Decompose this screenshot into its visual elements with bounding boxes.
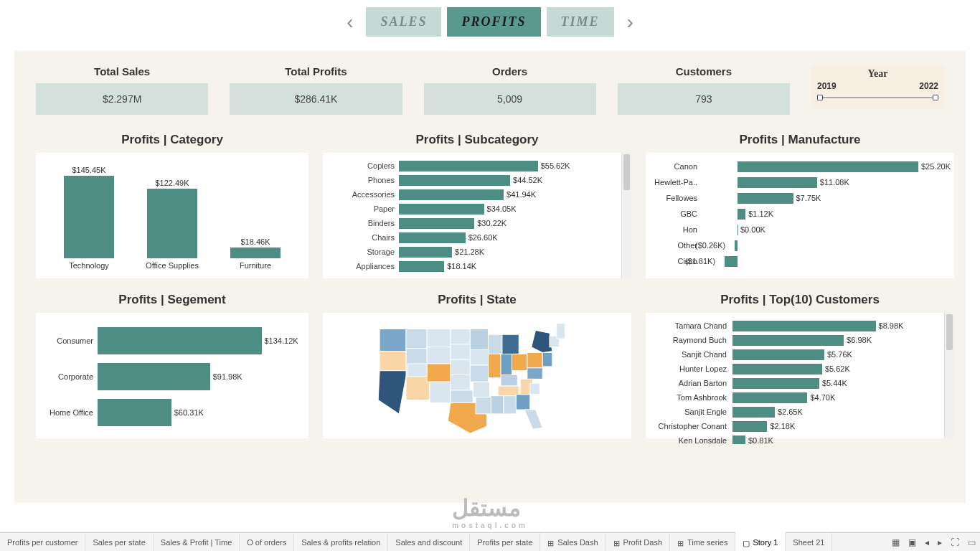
bar-row[interactable]: Chairs $26.60K xyxy=(327,230,624,245)
bar-row[interactable]: GBC $1.12K xyxy=(650,206,950,222)
svg-rect-28 xyxy=(491,396,503,414)
bar-category-label: Consumer xyxy=(40,336,98,345)
bar-category-label: Tom Ashbrook xyxy=(650,393,732,402)
bar-row[interactable]: Sanjit Engle $2.65K xyxy=(650,405,950,419)
bar-row[interactable]: Tom Ashbrook $4.70K xyxy=(650,390,950,405)
story-tab-profits[interactable]: PROFITS xyxy=(447,7,540,37)
kpi-title: Total Sales xyxy=(36,65,208,77)
svg-marker-31 xyxy=(524,410,542,429)
svg-rect-30 xyxy=(516,395,529,410)
bar-value-label: $8.98K xyxy=(879,321,904,330)
year-slider[interactable] xyxy=(817,93,938,103)
story-tab-time[interactable]: TIME xyxy=(547,7,614,37)
bar-row[interactable]: Adrian Barton $5.44K xyxy=(650,376,950,390)
bar-row[interactable]: Sanjit Chand $5.76K xyxy=(650,347,950,362)
bar-category-label: Copiers xyxy=(327,161,399,170)
chart-body[interactable] xyxy=(323,313,631,438)
slider-handle-right[interactable] xyxy=(933,95,938,100)
panel-title: Profits | Category xyxy=(36,133,308,147)
svg-rect-25 xyxy=(512,354,527,370)
scrollbar[interactable] xyxy=(621,153,631,278)
svg-rect-8 xyxy=(427,364,451,382)
bar-value-label: $145.45K xyxy=(72,166,105,174)
kpi-title: Customers xyxy=(618,65,790,77)
svg-rect-29 xyxy=(504,396,516,414)
bar-row[interactable]: Copiers $55.62K xyxy=(327,159,624,173)
bar-row[interactable]: Raymond Buch $6.98K xyxy=(650,333,950,347)
bar-value-label: $2.18K xyxy=(770,422,795,430)
chart-body[interactable]: Copiers $55.62KPhones $44.52KAccessories… xyxy=(323,153,631,278)
bar-row[interactable]: Corporate $91.98K xyxy=(40,359,304,395)
bar-row[interactable]: Cisco ($1.81K) xyxy=(650,253,950,269)
chart-body[interactable]: Consumer $134.12KCorporate $91.98KHome O… xyxy=(36,313,308,438)
bar-value-label: $41.94K xyxy=(507,190,536,199)
story-prev-button[interactable]: ‹ xyxy=(339,11,360,34)
panel-title: Profits | Top(10) Customers xyxy=(646,293,954,307)
bar-row[interactable]: Phones $44.52K xyxy=(327,173,624,187)
bar-category-label: Paper xyxy=(327,204,399,213)
panel-title: Profits | Manufacture xyxy=(646,133,954,147)
svg-rect-39 xyxy=(557,324,565,339)
bar-row[interactable]: Consumer $134.12K xyxy=(40,323,304,359)
bar-row[interactable]: Tamara Chand $8.98K xyxy=(650,319,950,333)
bar-row[interactable]: Hunter Lopez $5.62K xyxy=(650,362,950,376)
bar[interactable]: $122.49K Office Supplies xyxy=(133,179,212,270)
us-map[interactable] xyxy=(362,316,592,435)
scrollbar[interactable] xyxy=(944,313,954,438)
bar-row[interactable]: Appliances $18.14K xyxy=(327,259,624,273)
svg-rect-0 xyxy=(380,329,406,351)
bar-row[interactable]: Other ($0.26K) xyxy=(650,237,950,253)
bar-value-label: $5.76K xyxy=(827,350,852,359)
bar-value-label: $4.70K xyxy=(810,393,835,402)
story-next-button[interactable]: › xyxy=(620,11,641,34)
year-filter[interactable]: Year 2019 2022 xyxy=(811,65,944,108)
panel-profits-subcategory: Profits | Subcategory Copiers $55.62KPho… xyxy=(323,133,631,278)
bar-category-label: Phones xyxy=(327,176,399,184)
bar-row[interactable]: Storage $21.28K xyxy=(327,245,624,259)
bar-value-label: $5.44K xyxy=(822,379,847,387)
svg-rect-37 xyxy=(542,352,552,366)
kpi-total-sales: Total Sales $2.297M xyxy=(36,65,208,115)
bar-category-label: Chairs xyxy=(327,233,399,242)
kpi-customers: Customers 793 xyxy=(618,65,790,115)
chart-body[interactable]: $145.45K Technology$122.49K Office Suppl… xyxy=(36,153,308,278)
bar-row[interactable]: Canon $25.20K xyxy=(650,159,950,174)
bar-row[interactable]: Accessories $41.94K xyxy=(327,187,624,202)
bar-row[interactable]: Binders $30.22K xyxy=(327,216,624,230)
bar-category-label: Hon xyxy=(650,225,702,234)
bar-category-label: Hunter Lopez xyxy=(650,364,732,373)
bar-value-label: $6.98K xyxy=(847,336,872,344)
chart-body[interactable]: Tamara Chand $8.98KRaymond Buch $6.98KSa… xyxy=(646,313,954,438)
bar[interactable]: $145.45K Technology xyxy=(50,166,128,270)
bar-category-label: Office Supplies xyxy=(146,261,199,270)
bar-row[interactable]: Christopher Conant $2.18K xyxy=(650,419,950,433)
svg-rect-19 xyxy=(473,382,489,397)
bar-category-label: Adrian Barton xyxy=(650,379,732,387)
slider-handle-left[interactable] xyxy=(817,95,823,100)
bar-category-label: Binders xyxy=(327,219,399,227)
bar[interactable]: $18.46K Furniture xyxy=(216,237,295,270)
story-tab-sales[interactable]: SALES xyxy=(366,7,441,37)
bar-value-label: $30.22K xyxy=(477,219,507,227)
bar-category-label: Other xyxy=(650,241,702,250)
bar-row[interactable]: Hon $0.00K xyxy=(650,222,950,237)
bar-row[interactable]: Home Office $60.31K xyxy=(40,395,304,430)
bar-row[interactable]: Ken Lonsdale $0.81K xyxy=(650,433,950,444)
bar-value-label: $134.12K xyxy=(265,336,298,345)
kpi-value: 5,009 xyxy=(424,83,596,115)
year-from: 2019 xyxy=(817,81,837,91)
svg-rect-1 xyxy=(380,352,406,371)
bar-category-label: Hewlett-Pa.. xyxy=(650,178,702,187)
bar-row[interactable]: Fellowes $7.75K xyxy=(650,190,950,206)
bar-category-label: Raymond Buch xyxy=(650,336,732,344)
bar-value-label: $5.62K xyxy=(825,364,850,373)
bar-value-label: $26.60K xyxy=(468,233,498,242)
bar-row[interactable]: Paper $34.05K xyxy=(327,202,624,216)
svg-rect-17 xyxy=(470,350,488,365)
svg-marker-4 xyxy=(378,371,406,414)
svg-rect-34 xyxy=(527,368,542,380)
panel-profits-category: Profits | Category $145.45K Technology$1… xyxy=(36,133,308,278)
bar-row[interactable]: Hewlett-Pa.. $11.08K xyxy=(650,174,950,190)
chart-body[interactable]: Canon $25.20KHewlett-Pa.. $11.08KFellowe… xyxy=(646,153,954,278)
panel-profits-state: Profits | State xyxy=(323,293,631,438)
